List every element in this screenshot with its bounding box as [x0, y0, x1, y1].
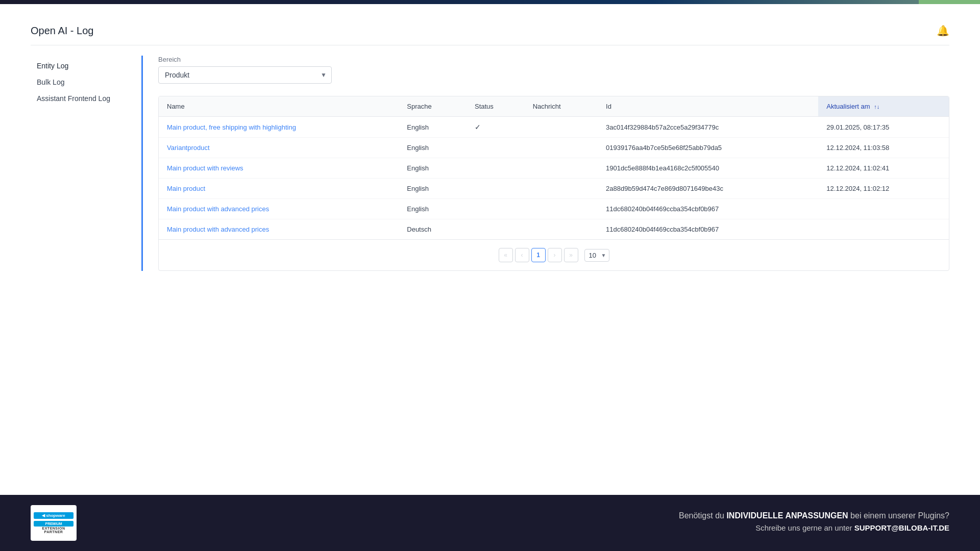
cell-nachricht [525, 117, 598, 138]
cell-aktualisiert: 12.12.2024, 11:02:12 [818, 179, 949, 199]
cell-aktualisiert [818, 219, 949, 240]
cell-aktualisiert [818, 199, 949, 219]
cell-nachricht [525, 179, 598, 199]
per-page-dropdown[interactable]: 10 25 50 [584, 249, 609, 262]
col-nachricht[interactable]: Nachricht [525, 96, 598, 117]
cell-id: 11dc680240b04f469ccba354cbf0b967 [598, 199, 818, 219]
product-link[interactable]: Main product, free shipping with highlig… [167, 123, 296, 131]
cell-sprache: English [399, 117, 467, 138]
footer-line2: Schreibe uns gerne an unter SUPPORT@BILO… [679, 523, 949, 532]
cell-status [467, 158, 525, 179]
prev-page-button[interactable]: ‹ [515, 248, 529, 262]
per-page-wrapper: 10 25 50 ▼ [584, 249, 609, 262]
cell-nachricht [525, 138, 598, 158]
cell-nachricht [525, 158, 598, 179]
footer-line1: Benötigst du INDIVIDUELLE ANPASSUNGEN be… [679, 511, 949, 520]
table-header-row: Name Sprache Status Nachricht [159, 96, 949, 117]
col-id[interactable]: Id [598, 96, 818, 117]
cell-sprache: English [399, 158, 467, 179]
product-link[interactable]: Main product with advanced prices [167, 205, 269, 213]
cell-id: 3ac014f329884b57a2cce5a29f34779c [598, 117, 818, 138]
cell-name: Main product with advanced prices [159, 199, 399, 219]
table-row: Main product with reviewsEnglish1901dc5e… [159, 158, 949, 179]
premium-badge: PREMIUM [34, 521, 74, 527]
per-page-select-wrapper: 10 25 50 ▼ [584, 249, 609, 262]
cell-id: 2a88d9b59d474c7e869d8071649be43c [598, 179, 818, 199]
page-header: Open AI - Log 🔔 [31, 24, 949, 45]
cell-status: ✓ [467, 117, 525, 138]
bereich-select[interactable]: Produkt Kategorie Hersteller [158, 66, 332, 84]
cell-aktualisiert: 12.12.2024, 11:03:58 [818, 138, 949, 158]
shopware-logo-badge: ◀ shopware [34, 512, 74, 519]
log-table: Name Sprache Status Nachricht [159, 96, 949, 239]
last-page-button[interactable]: » [564, 248, 578, 262]
sidebar-item-bulk-log[interactable]: Bulk Log [31, 74, 131, 90]
sort-icon: ↑↓ [874, 104, 879, 110]
page-title: Open AI - Log [31, 25, 93, 37]
sidebar-item-assistant-frontend-log[interactable]: Assistant Frontend Log [31, 90, 131, 107]
cell-sprache: English [399, 138, 467, 158]
sidebar-item-entity-log[interactable]: Entity Log [31, 58, 131, 74]
table-row: Main product, free shipping with highlig… [159, 117, 949, 138]
col-aktualisiert[interactable]: Aktualisiert am ↑↓ [818, 96, 949, 117]
main-content: Open AI - Log 🔔 Entity Log Bulk Log Assi… [0, 4, 980, 495]
col-status[interactable]: Status [467, 96, 525, 117]
footer-logo: ◀ shopware PREMIUM EXTENSION PARTNER [31, 505, 77, 541]
bell-icon[interactable]: 🔔 [937, 24, 949, 37]
cell-status [467, 219, 525, 240]
table-body: Main product, free shipping with highlig… [159, 117, 949, 240]
cell-aktualisiert: 29.01.2025, 08:17:35 [818, 117, 949, 138]
sidebar: Entity Log Bulk Log Assistant Frontend L… [31, 56, 143, 271]
bereich-select-wrapper: Produkt Kategorie Hersteller ▼ [158, 66, 332, 84]
cell-sprache: Deutsch [399, 219, 467, 240]
col-name[interactable]: Name [159, 96, 399, 117]
col-sprache[interactable]: Sprache [399, 96, 467, 117]
cell-sprache: English [399, 179, 467, 199]
page-1-button[interactable]: 1 [531, 248, 546, 262]
pagination: « ‹ 1 › » 10 25 50 ▼ [159, 239, 949, 270]
extension-text: EXTENSION [42, 527, 65, 530]
cell-name: Main product with reviews [159, 158, 399, 179]
content-area: Entity Log Bulk Log Assistant Frontend L… [31, 56, 949, 271]
partner-text: PARTNER [44, 530, 63, 534]
footer: ◀ shopware PREMIUM EXTENSION PARTNER Ben… [0, 495, 980, 551]
cell-name: Main product, free shipping with highlig… [159, 117, 399, 138]
table-row: Main productEnglish2a88d9b59d474c7e869d8… [159, 179, 949, 199]
product-link[interactable]: Main product with advanced prices [167, 226, 269, 233]
top-bar-accent [919, 0, 980, 4]
next-page-button[interactable]: › [548, 248, 562, 262]
check-icon: ✓ [475, 123, 481, 131]
top-bar [0, 0, 980, 4]
cell-aktualisiert: 12.12.2024, 11:02:41 [818, 158, 949, 179]
product-link[interactable]: Main product with reviews [167, 164, 243, 172]
cell-nachricht [525, 199, 598, 219]
cell-sprache: English [399, 199, 467, 219]
cell-id: 1901dc5e888f4b1ea4168c2c5f005540 [598, 158, 818, 179]
product-link[interactable]: Variantproduct [167, 144, 210, 152]
filter-section: Bereich Produkt Kategorie Hersteller ▼ [158, 56, 949, 84]
table-row: Main product with advanced pricesDeutsch… [159, 219, 949, 240]
cell-status [467, 138, 525, 158]
log-table-container: Name Sprache Status Nachricht [158, 96, 949, 271]
main-panel: Bereich Produkt Kategorie Hersteller ▼ [143, 56, 949, 271]
cell-id: 11dc680240b04f469ccba354cbf0b967 [598, 219, 818, 240]
cell-nachricht [525, 219, 598, 240]
table-row: VariantproductEnglish01939176aa4b7ce5b5e… [159, 138, 949, 158]
cell-status [467, 179, 525, 199]
product-link[interactable]: Main product [167, 185, 205, 192]
footer-text: Benötigst du INDIVIDUELLE ANPASSUNGEN be… [679, 511, 949, 535]
cell-id: 01939176aa4b7ce5b5e68f25abb79da5 [598, 138, 818, 158]
table-row: Main product with advanced pricesEnglish… [159, 199, 949, 219]
cell-status [467, 199, 525, 219]
cell-name: Main product with advanced prices [159, 219, 399, 240]
cell-name: Main product [159, 179, 399, 199]
first-page-button[interactable]: « [499, 248, 513, 262]
filter-label: Bereich [158, 56, 949, 63]
cell-name: Variantproduct [159, 138, 399, 158]
